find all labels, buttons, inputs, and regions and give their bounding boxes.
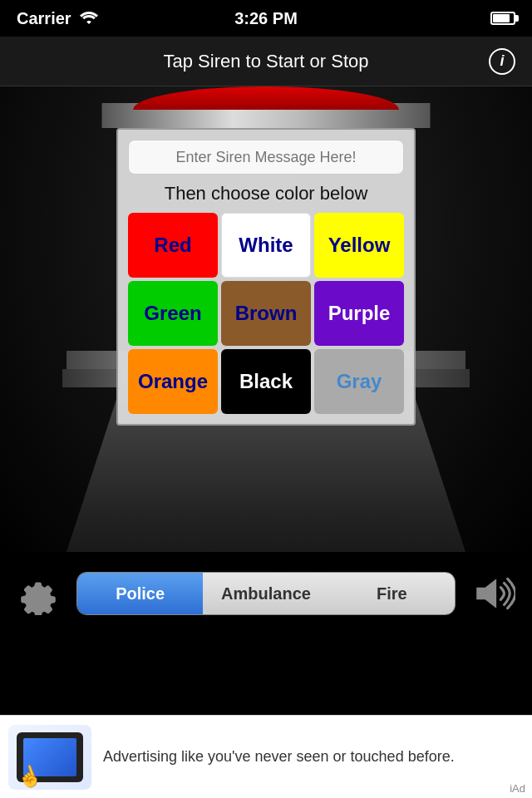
carrier-label: Carrier bbox=[17, 9, 71, 28]
battery-area bbox=[490, 12, 515, 25]
siren-btn-fire[interactable]: Fire bbox=[329, 573, 455, 614]
color-cell-purple[interactable]: Purple bbox=[314, 281, 404, 346]
ad-image: ☝️ bbox=[8, 725, 91, 790]
status-time: 3:26 PM bbox=[234, 9, 298, 28]
ad-label: iAd bbox=[510, 782, 525, 795]
info-button[interactable]: i bbox=[489, 48, 515, 75]
wifi-icon bbox=[80, 12, 98, 25]
ad-description: Advertising like you've never seen or to… bbox=[103, 746, 524, 767]
ad-banner: ☝️ Advertising like you've never seen or… bbox=[0, 715, 532, 798]
volume-icon[interactable] bbox=[472, 572, 515, 615]
color-cell-black[interactable]: Black bbox=[221, 349, 311, 414]
gear-icon[interactable] bbox=[17, 572, 60, 615]
siren-dome bbox=[133, 86, 399, 110]
siren-panel: Then choose color below RedWhiteYellowGr… bbox=[116, 128, 416, 426]
status-bar: Carrier 3:26 PM bbox=[0, 0, 532, 37]
siren-btn-police[interactable]: Police bbox=[77, 573, 203, 614]
status-left: Carrier bbox=[17, 9, 98, 28]
color-cell-gray[interactable]: Gray bbox=[314, 349, 404, 414]
header-title: Tap Siren to Start or Stop bbox=[163, 51, 368, 72]
color-cell-brown[interactable]: Brown bbox=[221, 281, 311, 346]
bottom-controls: PoliceAmbulanceFire bbox=[0, 552, 532, 635]
siren-area[interactable]: Then choose color below RedWhiteYellowGr… bbox=[0, 86, 532, 552]
battery-icon bbox=[490, 12, 515, 25]
color-cell-yellow[interactable]: Yellow bbox=[314, 213, 404, 278]
header: Tap Siren to Start or Stop i bbox=[0, 37, 532, 86]
color-cell-green[interactable]: Green bbox=[128, 281, 218, 346]
siren-type-buttons: PoliceAmbulanceFire bbox=[76, 572, 456, 615]
color-cell-white[interactable]: White bbox=[221, 213, 311, 278]
message-input[interactable] bbox=[128, 140, 404, 175]
svg-marker-0 bbox=[476, 579, 496, 608]
color-cell-red[interactable]: Red bbox=[128, 213, 218, 278]
ad-text: Advertising like you've never seen or to… bbox=[103, 746, 524, 767]
color-cell-orange[interactable]: Orange bbox=[128, 349, 218, 414]
color-grid: RedWhiteYellowGreenBrownPurpleOrangeBlac… bbox=[128, 213, 404, 414]
color-label: Then choose color below bbox=[128, 183, 404, 204]
siren-btn-ambulance[interactable]: Ambulance bbox=[203, 573, 328, 614]
